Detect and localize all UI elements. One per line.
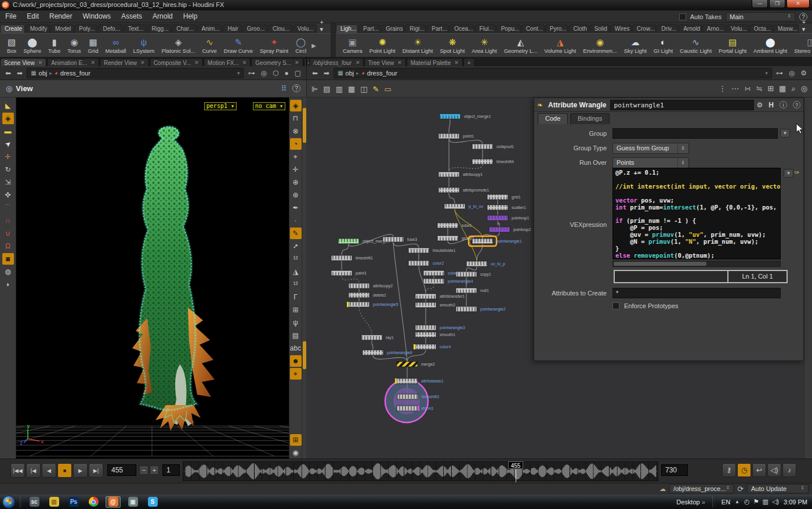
shelf-tab-cont[interactable]: Cont... bbox=[521, 24, 545, 33]
language-indicator[interactable]: EN bbox=[722, 499, 730, 506]
node-paint1[interactable]: paint1 bbox=[331, 270, 367, 276]
stow-bar[interactable] bbox=[302, 98, 306, 459]
viewport-corner-button-1[interactable]: ◉ bbox=[290, 447, 302, 459]
context-path-select[interactable]: /obj/dress_proce...⇕ bbox=[669, 484, 734, 493]
shelf-tab-ocea[interactable]: Ocea... bbox=[449, 24, 474, 33]
shelf-tool-volume-light[interactable]: ◮Volume Light bbox=[541, 37, 579, 54]
breadcrumb-dropdown-icon[interactable]: ▾ bbox=[765, 70, 768, 76]
net-toolbar-right-icon-1[interactable]: ⋯ bbox=[731, 84, 739, 93]
transport-start[interactable]: |◀◀ bbox=[10, 463, 25, 478]
shelf-tab-pyro[interactable]: Pyro... bbox=[545, 24, 568, 33]
display-tool-3[interactable]: ◔ bbox=[290, 138, 302, 150]
step-field[interactable]: 1 bbox=[162, 464, 180, 476]
transport-prev-key[interactable]: |◀ bbox=[26, 463, 41, 478]
shelf-tool-sky-light[interactable]: ☁Sky Light bbox=[621, 37, 650, 54]
net-toolbar-right-icon-0[interactable]: ⋮ bbox=[719, 84, 726, 93]
group-dropdown-button[interactable]: ▼ bbox=[780, 129, 790, 138]
node-smooth1[interactable]: smooth1 bbox=[415, 332, 455, 337]
view-tool-3[interactable]: ➤ bbox=[0, 136, 16, 152]
shelf-tool-ambient-light[interactable]: ⬤Ambient Light bbox=[750, 37, 791, 54]
end-frame-field[interactable]: 730 bbox=[661, 464, 688, 476]
node-pointvop1[interactable]: pointvop1 bbox=[487, 215, 529, 221]
node-trisubdivide1[interactable]: trisubdivide1 bbox=[408, 248, 455, 253]
breadcrumb-segment[interactable]: dress_four bbox=[60, 70, 90, 77]
node-uv_to_p[interactable]: uv_to_p bbox=[466, 261, 505, 266]
node-grid1[interactable]: grid1 bbox=[487, 194, 521, 200]
cube-icon[interactable]: ⬡ bbox=[271, 69, 280, 77]
tray-icon-1[interactable]: ⚑ bbox=[753, 498, 759, 506]
group-type-select[interactable]: Guess from Group⇕ bbox=[612, 143, 689, 154]
breadcrumb[interactable]: ▦obj▸◕dress_four▾ bbox=[334, 68, 772, 78]
network-scrollbar[interactable] bbox=[804, 98, 812, 459]
net-toolbar-right-icon-6[interactable]: ⌕ bbox=[791, 84, 795, 93]
shelf-tab-ligh[interactable]: Ligh... bbox=[336, 24, 358, 33]
node-scatter1[interactable]: scatter1 bbox=[487, 205, 526, 210]
sphere-icon[interactable]: ● bbox=[282, 69, 290, 77]
take-select[interactable]: Main⇕ bbox=[726, 12, 795, 21]
display-tool-14[interactable]: ¹² bbox=[290, 279, 302, 290]
shelf-tool-circl[interactable]: ◯Circl bbox=[292, 37, 310, 54]
node-smooth2[interactable]: smooth2 bbox=[415, 302, 455, 308]
net-toolbar-icon-6[interactable]: ▭ bbox=[384, 85, 391, 93]
shelf-tab-modify[interactable]: Modify bbox=[26, 24, 50, 33]
group-field[interactable] bbox=[612, 128, 778, 139]
display-tool-1[interactable]: ⊓ bbox=[290, 113, 302, 124]
view-tool-13[interactable]: ◍ bbox=[2, 266, 14, 277]
close-tab-icon[interactable]: ✕ bbox=[295, 60, 299, 66]
view-tool-10[interactable]: ∪ bbox=[2, 228, 14, 239]
shelf-tool-curve[interactable]: ∿Curve bbox=[199, 37, 220, 54]
pane-tab-geometry-s[interactable]: Geometry S...✕ bbox=[251, 58, 303, 66]
forward-icon[interactable]: ➡ bbox=[15, 69, 24, 77]
snippet-field[interactable] bbox=[615, 271, 728, 282]
scene-viewport[interactable]: y x z ◣◈▬➤✛↻⇲✜⌒∩∪Ω◙◍◗ ◈⊓⊗◔⌖✛⊕⊛✒·✎➚¹²◮¹²Γ… bbox=[0, 98, 306, 459]
tray-expand-icon[interactable]: ▲ bbox=[735, 499, 740, 504]
viewport-corner-button-0[interactable]: ⊞ bbox=[290, 434, 302, 446]
taskbar-app-skype[interactable]: S bbox=[145, 496, 160, 508]
node-object_merge2[interactable]: object_merge2 bbox=[338, 239, 389, 244]
gear-icon[interactable]: ⚙ bbox=[757, 101, 763, 109]
vexpression-editor[interactable]: @P.z += 0.1; //int intersect(int input, … bbox=[612, 168, 781, 259]
close-button[interactable]: ✕ bbox=[786, 0, 810, 8]
display-tool-9[interactable]: · bbox=[290, 215, 302, 226]
display-tool-20[interactable]: ☻ bbox=[290, 355, 302, 367]
enforce-prototypes-checkbox[interactable] bbox=[612, 302, 619, 309]
current-frame-field[interactable]: 455 bbox=[107, 464, 136, 476]
shelf-add-tab-button[interactable]: + ▾ bbox=[317, 19, 331, 33]
view-tool-2[interactable]: ▬ bbox=[2, 125, 14, 137]
timeline[interactable]: 455 bbox=[183, 461, 658, 481]
shelf-tab-clou[interactable]: Clou... bbox=[268, 24, 292, 33]
node-merge2[interactable]: merge2 bbox=[397, 362, 435, 367]
tray-icon-2[interactable]: ▥ bbox=[763, 498, 768, 506]
shelf-tool-draw-curve[interactable]: ✎Draw Curve bbox=[220, 37, 256, 54]
shelf-tab-solid[interactable]: Solid bbox=[590, 24, 610, 33]
display-tool-10[interactable]: ✎ bbox=[290, 228, 302, 239]
node-delete1[interactable]: delete1 bbox=[349, 293, 386, 298]
persp-badge[interactable]: persp1 ▾ bbox=[204, 102, 237, 110]
frame-increment-button[interactable]: + bbox=[150, 465, 159, 475]
shelf-tab-crow[interactable]: Crow... bbox=[632, 24, 657, 33]
help-icon[interactable]: ? bbox=[793, 101, 800, 109]
shelf-tool-point-light[interactable]: ✺Point Light bbox=[366, 37, 399, 54]
display-tool-16[interactable]: ⊞ bbox=[290, 304, 302, 316]
breadcrumb-segment[interactable]: obj bbox=[346, 70, 354, 77]
shelf-tool-portal-light[interactable]: ▤Portal Light bbox=[715, 37, 750, 54]
info-icon[interactable]: i bbox=[780, 101, 787, 109]
shelf-tool-grid[interactable]: ▦Grid bbox=[85, 37, 102, 54]
node-attribpromote1[interactable]: attribpromote1 bbox=[438, 187, 489, 193]
view-tool-7[interactable]: ✜ bbox=[2, 189, 14, 201]
transport-play[interactable]: ▶ bbox=[73, 463, 88, 478]
net-toolbar-right-icon-7[interactable]: ◎ bbox=[801, 84, 807, 93]
menu-edit[interactable]: Edit bbox=[21, 10, 44, 22]
shelf-tool-spot-light[interactable]: ❋Spot Light bbox=[437, 37, 469, 54]
pane-tab-material-palette[interactable]: Material Palette✕ bbox=[407, 58, 463, 66]
shelf-tab-arno[interactable]: Arno... bbox=[702, 24, 726, 33]
shelf-tab-wires[interactable]: Wires bbox=[610, 24, 632, 33]
maximize-button[interactable]: ❐ bbox=[769, 0, 785, 8]
pane-tab-animation-e[interactable]: Animation E...✕ bbox=[47, 58, 99, 66]
shelf-tool-metaball[interactable]: ∞Metaball bbox=[102, 37, 130, 54]
tray-icon-0[interactable]: ◴ bbox=[744, 498, 750, 506]
display-options-icon[interactable]: ⠿ bbox=[281, 84, 287, 93]
net-toolbar-icon-1[interactable]: ▤ bbox=[323, 85, 330, 93]
shelf-tool-torus[interactable]: ◉Torus bbox=[64, 37, 84, 54]
pin-icon[interactable]: ⊶ bbox=[774, 69, 785, 77]
